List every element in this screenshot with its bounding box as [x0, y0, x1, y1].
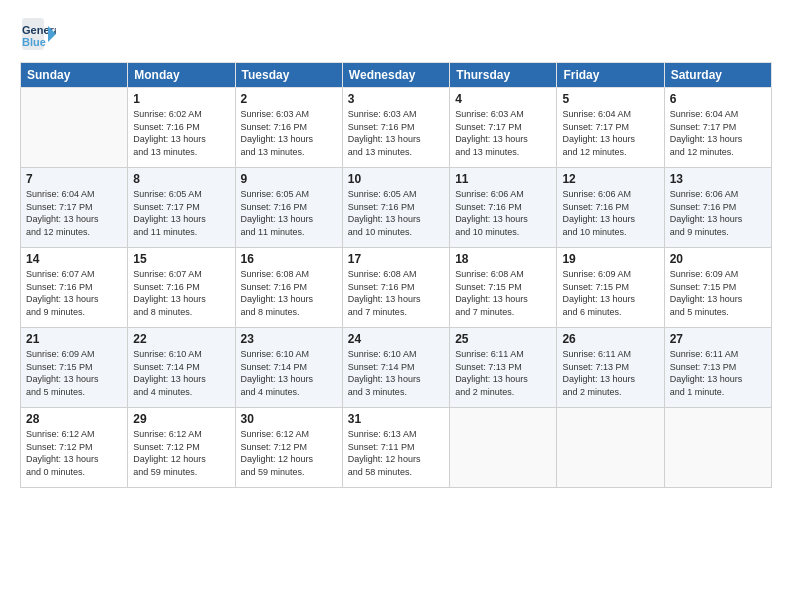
col-header-friday: Friday [557, 63, 664, 88]
day-detail: Sunrise: 6:03 AM Sunset: 7:17 PM Dayligh… [455, 108, 551, 158]
calendar-cell [21, 88, 128, 168]
day-detail: Sunrise: 6:10 AM Sunset: 7:14 PM Dayligh… [133, 348, 229, 398]
day-number: 3 [348, 92, 444, 106]
day-number: 18 [455, 252, 551, 266]
day-number: 22 [133, 332, 229, 346]
day-number: 7 [26, 172, 122, 186]
calendar-cell: 25Sunrise: 6:11 AM Sunset: 7:13 PM Dayli… [450, 328, 557, 408]
calendar-cell: 15Sunrise: 6:07 AM Sunset: 7:16 PM Dayli… [128, 248, 235, 328]
day-number: 8 [133, 172, 229, 186]
calendar-cell: 24Sunrise: 6:10 AM Sunset: 7:14 PM Dayli… [342, 328, 449, 408]
calendar-cell: 21Sunrise: 6:09 AM Sunset: 7:15 PM Dayli… [21, 328, 128, 408]
day-number: 17 [348, 252, 444, 266]
calendar-cell: 31Sunrise: 6:13 AM Sunset: 7:11 PM Dayli… [342, 408, 449, 488]
day-number: 23 [241, 332, 337, 346]
header: General Blue [20, 16, 772, 52]
day-number: 14 [26, 252, 122, 266]
day-detail: Sunrise: 6:04 AM Sunset: 7:17 PM Dayligh… [26, 188, 122, 238]
day-number: 20 [670, 252, 766, 266]
day-detail: Sunrise: 6:09 AM Sunset: 7:15 PM Dayligh… [26, 348, 122, 398]
calendar-cell: 1Sunrise: 6:02 AM Sunset: 7:16 PM Daylig… [128, 88, 235, 168]
calendar-cell: 2Sunrise: 6:03 AM Sunset: 7:16 PM Daylig… [235, 88, 342, 168]
day-number: 12 [562, 172, 658, 186]
calendar-cell: 22Sunrise: 6:10 AM Sunset: 7:14 PM Dayli… [128, 328, 235, 408]
calendar-cell: 20Sunrise: 6:09 AM Sunset: 7:15 PM Dayli… [664, 248, 771, 328]
day-number: 11 [455, 172, 551, 186]
calendar-table: SundayMondayTuesdayWednesdayThursdayFrid… [20, 62, 772, 488]
day-number: 28 [26, 412, 122, 426]
day-number: 5 [562, 92, 658, 106]
day-detail: Sunrise: 6:12 AM Sunset: 7:12 PM Dayligh… [241, 428, 337, 478]
calendar-cell: 8Sunrise: 6:05 AM Sunset: 7:17 PM Daylig… [128, 168, 235, 248]
calendar-cell: 9Sunrise: 6:05 AM Sunset: 7:16 PM Daylig… [235, 168, 342, 248]
calendar-header-row: SundayMondayTuesdayWednesdayThursdayFrid… [21, 63, 772, 88]
day-number: 9 [241, 172, 337, 186]
day-detail: Sunrise: 6:09 AM Sunset: 7:15 PM Dayligh… [562, 268, 658, 318]
calendar-week-row: 21Sunrise: 6:09 AM Sunset: 7:15 PM Dayli… [21, 328, 772, 408]
calendar-week-row: 28Sunrise: 6:12 AM Sunset: 7:12 PM Dayli… [21, 408, 772, 488]
calendar-cell: 10Sunrise: 6:05 AM Sunset: 7:16 PM Dayli… [342, 168, 449, 248]
calendar-cell: 5Sunrise: 6:04 AM Sunset: 7:17 PM Daylig… [557, 88, 664, 168]
col-header-monday: Monday [128, 63, 235, 88]
logo: General Blue [20, 16, 56, 52]
calendar-cell: 23Sunrise: 6:10 AM Sunset: 7:14 PM Dayli… [235, 328, 342, 408]
calendar-cell: 13Sunrise: 6:06 AM Sunset: 7:16 PM Dayli… [664, 168, 771, 248]
page: General Blue SundayMondayTuesdayWednesda… [0, 0, 792, 612]
day-detail: Sunrise: 6:11 AM Sunset: 7:13 PM Dayligh… [670, 348, 766, 398]
col-header-saturday: Saturday [664, 63, 771, 88]
day-detail: Sunrise: 6:07 AM Sunset: 7:16 PM Dayligh… [26, 268, 122, 318]
day-number: 1 [133, 92, 229, 106]
day-detail: Sunrise: 6:04 AM Sunset: 7:17 PM Dayligh… [670, 108, 766, 158]
day-detail: Sunrise: 6:08 AM Sunset: 7:16 PM Dayligh… [348, 268, 444, 318]
day-detail: Sunrise: 6:02 AM Sunset: 7:16 PM Dayligh… [133, 108, 229, 158]
calendar-cell [557, 408, 664, 488]
day-number: 15 [133, 252, 229, 266]
day-detail: Sunrise: 6:05 AM Sunset: 7:17 PM Dayligh… [133, 188, 229, 238]
calendar-week-row: 7Sunrise: 6:04 AM Sunset: 7:17 PM Daylig… [21, 168, 772, 248]
calendar-cell: 30Sunrise: 6:12 AM Sunset: 7:12 PM Dayli… [235, 408, 342, 488]
calendar-week-row: 1Sunrise: 6:02 AM Sunset: 7:16 PM Daylig… [21, 88, 772, 168]
day-detail: Sunrise: 6:06 AM Sunset: 7:16 PM Dayligh… [562, 188, 658, 238]
day-number: 30 [241, 412, 337, 426]
calendar-cell: 29Sunrise: 6:12 AM Sunset: 7:12 PM Dayli… [128, 408, 235, 488]
col-header-tuesday: Tuesday [235, 63, 342, 88]
logo-svg: General Blue [20, 16, 56, 52]
day-number: 29 [133, 412, 229, 426]
col-header-sunday: Sunday [21, 63, 128, 88]
calendar-cell: 17Sunrise: 6:08 AM Sunset: 7:16 PM Dayli… [342, 248, 449, 328]
day-number: 16 [241, 252, 337, 266]
svg-text:Blue: Blue [22, 36, 46, 48]
day-number: 13 [670, 172, 766, 186]
day-detail: Sunrise: 6:10 AM Sunset: 7:14 PM Dayligh… [348, 348, 444, 398]
day-detail: Sunrise: 6:13 AM Sunset: 7:11 PM Dayligh… [348, 428, 444, 478]
day-number: 21 [26, 332, 122, 346]
col-header-thursday: Thursday [450, 63, 557, 88]
calendar-cell: 14Sunrise: 6:07 AM Sunset: 7:16 PM Dayli… [21, 248, 128, 328]
day-detail: Sunrise: 6:10 AM Sunset: 7:14 PM Dayligh… [241, 348, 337, 398]
calendar-cell [664, 408, 771, 488]
day-number: 26 [562, 332, 658, 346]
day-detail: Sunrise: 6:08 AM Sunset: 7:16 PM Dayligh… [241, 268, 337, 318]
day-detail: Sunrise: 6:03 AM Sunset: 7:16 PM Dayligh… [348, 108, 444, 158]
calendar-cell: 28Sunrise: 6:12 AM Sunset: 7:12 PM Dayli… [21, 408, 128, 488]
calendar-cell [450, 408, 557, 488]
day-number: 25 [455, 332, 551, 346]
calendar-cell: 11Sunrise: 6:06 AM Sunset: 7:16 PM Dayli… [450, 168, 557, 248]
col-header-wednesday: Wednesday [342, 63, 449, 88]
day-detail: Sunrise: 6:09 AM Sunset: 7:15 PM Dayligh… [670, 268, 766, 318]
day-detail: Sunrise: 6:07 AM Sunset: 7:16 PM Dayligh… [133, 268, 229, 318]
day-detail: Sunrise: 6:12 AM Sunset: 7:12 PM Dayligh… [26, 428, 122, 478]
day-number: 27 [670, 332, 766, 346]
day-number: 6 [670, 92, 766, 106]
day-detail: Sunrise: 6:12 AM Sunset: 7:12 PM Dayligh… [133, 428, 229, 478]
day-detail: Sunrise: 6:06 AM Sunset: 7:16 PM Dayligh… [455, 188, 551, 238]
day-number: 4 [455, 92, 551, 106]
day-number: 10 [348, 172, 444, 186]
day-detail: Sunrise: 6:05 AM Sunset: 7:16 PM Dayligh… [348, 188, 444, 238]
calendar-cell: 27Sunrise: 6:11 AM Sunset: 7:13 PM Dayli… [664, 328, 771, 408]
calendar-cell: 26Sunrise: 6:11 AM Sunset: 7:13 PM Dayli… [557, 328, 664, 408]
day-detail: Sunrise: 6:08 AM Sunset: 7:15 PM Dayligh… [455, 268, 551, 318]
calendar-cell: 19Sunrise: 6:09 AM Sunset: 7:15 PM Dayli… [557, 248, 664, 328]
day-detail: Sunrise: 6:04 AM Sunset: 7:17 PM Dayligh… [562, 108, 658, 158]
calendar-cell: 4Sunrise: 6:03 AM Sunset: 7:17 PM Daylig… [450, 88, 557, 168]
